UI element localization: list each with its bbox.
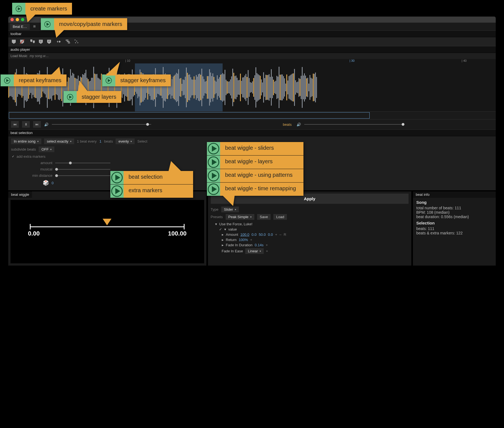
add-dim-button[interactable]: + (275, 232, 277, 237)
presets-label: Presets (211, 215, 223, 219)
move-markers-icon[interactable] (30, 39, 35, 44)
callout-bw-patterns[interactable]: beat wiggle - using patterns (207, 169, 303, 183)
callout-stack-wiggle: beat wiggle - sliders beat wiggle - laye… (207, 142, 303, 196)
callout-beat-selection[interactable]: beat selection (110, 171, 193, 184)
stagger-layers-icon[interactable] (65, 39, 71, 44)
pause-button[interactable]: ⏸ (22, 121, 30, 128)
play-icon[interactable] (12, 3, 25, 15)
prev-button[interactable]: ⏮ (11, 121, 19, 128)
minimap-viewport[interactable] (9, 112, 370, 119)
callout-bw-time[interactable]: beat wiggle - time remapping (207, 183, 303, 196)
amount-v2[interactable]: 0.0 (252, 232, 257, 237)
info-sel-h: Selection (416, 221, 492, 225)
play-icon[interactable] (207, 169, 220, 182)
load-preset-button[interactable]: Load (273, 214, 287, 220)
callout-bw-layers[interactable]: beat wiggle - layers (207, 156, 303, 169)
random-seed[interactable]: 0 (52, 181, 54, 185)
minimize-window-button[interactable] (16, 18, 19, 21)
musical-label: musical (28, 167, 52, 171)
svg-rect-8 (67, 41, 70, 42)
add-extra-checkbox[interactable]: add extra markers (11, 154, 46, 159)
min-distance-label: min distance (28, 173, 52, 178)
value-checkbox[interactable]: ✓ (219, 227, 222, 231)
distribution-dropdown[interactable]: evenly (116, 138, 135, 144)
callout-stagger-layers[interactable]: stagger layers (63, 91, 121, 103)
svg-marker-11 (6, 79, 9, 82)
select-button[interactable]: Select (137, 139, 147, 143)
return-label: Return (226, 238, 237, 242)
svg-rect-9 (68, 42, 70, 43)
play-icon[interactable] (63, 91, 77, 103)
amount-v3[interactable]: 50.0 (259, 232, 266, 237)
save-preset-button[interactable]: Save (257, 214, 271, 220)
play-icon[interactable] (207, 183, 220, 196)
callout-stagger-keyframes[interactable]: stagger keyframes (102, 74, 171, 86)
play-icon[interactable] (207, 156, 220, 169)
return-value[interactable]: 100% (239, 238, 248, 242)
play-icon[interactable] (110, 184, 124, 198)
create-markers-icon[interactable] (11, 39, 17, 44)
fadein-value[interactable]: 0.14s (255, 243, 263, 247)
svg-marker-27 (212, 186, 217, 192)
fadein-ease-dropdown[interactable]: Linear (245, 248, 264, 254)
amount-label: amount (28, 161, 52, 165)
reset-button[interactable]: R (284, 232, 286, 237)
expand-icon[interactable]: ▸ (222, 238, 224, 242)
play-icon[interactable] (102, 74, 115, 86)
expand-icon[interactable]: ▾ (224, 227, 226, 231)
paste-markers-icon[interactable]: P (46, 39, 52, 44)
amount-v1[interactable]: 100.0 (240, 232, 249, 237)
volume-icon[interactable]: 🔊 (44, 122, 49, 127)
scope-dropdown[interactable]: In entire song (11, 138, 41, 144)
ruler-tick: | 10 (125, 59, 130, 62)
beats-volume-slider[interactable] (304, 124, 404, 125)
stagger-keyframes-icon[interactable] (73, 39, 79, 44)
callout-repeat-keyframes[interactable]: repeat keyframes (1, 74, 66, 86)
ruler-tick: | 40 (462, 59, 466, 62)
play-icon[interactable] (41, 18, 54, 30)
play-icon[interactable] (1, 74, 14, 86)
waveform-minimap[interactable] (8, 111, 496, 119)
every-value[interactable]: 1 (99, 139, 101, 143)
panel-tab-beat-edit[interactable]: Beat E… (10, 23, 30, 30)
section-audio-player: audio player (8, 46, 496, 53)
beats-volume-icon[interactable]: 🔊 (297, 122, 301, 127)
value-prop[interactable]: value (228, 227, 237, 231)
preview-min: 0.00 (28, 230, 40, 237)
callout-move-copy-paste[interactable]: move/copy/paste markers (41, 18, 127, 30)
type-dropdown[interactable]: Slider (221, 207, 239, 212)
panel-menu-button[interactable]: ≡ (31, 23, 37, 30)
add-button[interactable]: + (266, 243, 268, 247)
preset-dropdown[interactable]: Peak Simple (226, 214, 254, 220)
callout-create-markers[interactable]: create markers (12, 3, 72, 15)
expand-icon[interactable]: ▸ (222, 232, 224, 237)
wiggle-preview: 0.00 100.00 (10, 200, 204, 263)
copy-markers-icon[interactable]: C (38, 39, 44, 44)
repeat-keyframes-icon[interactable] (57, 39, 62, 44)
svg-marker-23 (212, 159, 217, 165)
amount-slider[interactable] (55, 163, 110, 163)
layer-name[interactable]: Use the Force, Luke! (219, 222, 253, 226)
zoom-window-button[interactable] (21, 18, 24, 21)
load-music-button[interactable]: Load Music (10, 54, 27, 58)
add-button[interactable]: + (266, 249, 268, 253)
play-icon[interactable] (207, 142, 220, 155)
remove-dim-button[interactable]: – (279, 232, 281, 237)
amount-v4[interactable]: 0.0 (268, 232, 273, 237)
svg-marker-15 (108, 79, 111, 82)
subdivide-dropdown[interactable]: OFF (39, 146, 54, 152)
volume-slider[interactable] (52, 124, 151, 125)
min-distance-slider[interactable] (55, 175, 110, 176)
add-button[interactable]: + (250, 238, 252, 242)
close-window-button[interactable] (10, 18, 14, 21)
expand-icon[interactable]: ▸ (222, 243, 224, 247)
callout-extra-markers[interactable]: extra markers (110, 184, 193, 198)
play-icon[interactable] (110, 171, 124, 184)
callout-bw-sliders[interactable]: beat wiggle - sliders (207, 142, 303, 156)
next-button[interactable]: ⏭ (33, 121, 41, 128)
expand-icon[interactable]: ▾ (215, 222, 217, 226)
randomize-button[interactable]: 🎲 (43, 180, 49, 186)
delete-markers-icon[interactable] (19, 39, 25, 44)
select-mode-dropdown[interactable]: select exactly (44, 138, 74, 144)
musical-slider[interactable] (55, 169, 110, 170)
